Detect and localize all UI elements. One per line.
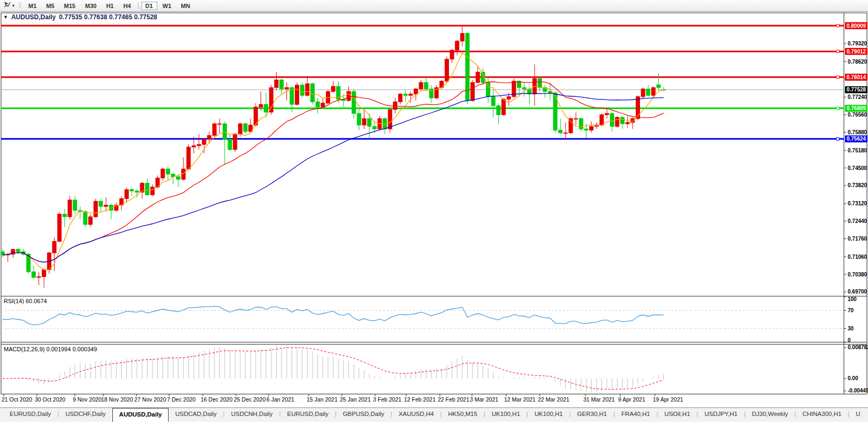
price-tick-label: 0.79320 — [848, 41, 867, 47]
candle — [233, 133, 237, 152]
candle — [471, 80, 475, 102]
price-badge: 0.79012 — [845, 48, 867, 55]
chart-tab-uk100-h1[interactable]: UK100,H1 — [528, 409, 569, 421]
date-label: 25 Dec 2020 — [234, 396, 266, 403]
price-tick-label: 0.74500 — [848, 165, 867, 171]
price-tick-label: 0.69700 — [848, 289, 867, 295]
price-tick-label: 0.73120 — [848, 201, 867, 206]
price-tick-label: 0.70380 — [848, 272, 867, 277]
chart-tab-uk100-h1[interactable]: UK100,H1 — [485, 409, 527, 421]
chart-tab-audusd-daily[interactable]: AUDUSD,Daily — [112, 408, 169, 422]
chart-tab-gbpusd-daily[interactable]: GBPUSD,Daily — [337, 409, 391, 421]
chart-tab-china300-h1[interactable]: CHINA300,H1 — [796, 409, 848, 421]
price-tick-label: 0.75880 — [848, 129, 867, 135]
timeframe-button-H4[interactable]: H4 — [119, 2, 135, 10]
chart-tab-dj30-weekly[interactable]: DJ30,Weekly — [745, 409, 795, 421]
toolbar-grip — [19, 3, 21, 9]
date-label: 25 Jan 2021 — [340, 396, 371, 403]
date-label: 18 Nov 2020 — [101, 396, 133, 403]
chart-title: ▼ AUDUSD,Daily 0.77535 0.77638 0.77465 0… — [3, 13, 157, 21]
chart-tab-u[interactable]: U — [849, 409, 866, 421]
svg-text:0.79012: 0.79012 — [847, 49, 866, 55]
chart-tab-hk50-m15[interactable]: HK50,M15 — [442, 409, 484, 421]
chart-tab-usdcnh-daily[interactable]: USDCNH,Daily — [225, 409, 279, 421]
line-handle[interactable] — [836, 76, 839, 79]
candle — [187, 144, 191, 170]
date-label: 31 Mar 2021 — [583, 396, 615, 403]
collapse-triangle-icon[interactable]: ▼ — [3, 14, 8, 20]
timeframe-button-M30[interactable]: M30 — [81, 2, 101, 10]
candle — [269, 85, 273, 115]
timeframe-button-M15[interactable]: M15 — [60, 2, 80, 10]
rsi-axis-label: 30 — [848, 326, 854, 332]
candle — [466, 32, 469, 104]
timeframe-button-W1[interactable]: W1 — [158, 2, 176, 10]
chart-border — [1, 13, 867, 394]
svg-text:0.77528: 0.77528 — [847, 87, 866, 92]
chevron-down-icon: ▾ — [12, 4, 14, 8]
candle — [300, 82, 304, 98]
candle — [553, 91, 557, 133]
chart-ohlc-values: 0.77535 0.77638 0.77465 0.77528 — [59, 13, 157, 21]
date-label: 22 Feb 2021 — [438, 396, 469, 403]
chart-tab-ger30-h1[interactable]: GER30,H1 — [571, 409, 614, 421]
line-handle[interactable] — [836, 50, 839, 53]
date-label: 12 Mar 2021 — [504, 396, 536, 403]
svg-text:0.76809: 0.76809 — [847, 105, 866, 111]
rsi-pane-label: RSI(14) 60.0674 — [4, 298, 47, 304]
chart-tab-usoil-h1[interactable]: USOil,H1 — [658, 409, 697, 421]
chart-tab-fra40-h1[interactable]: FRA40,H1 — [615, 409, 657, 421]
rsi-axis-label: 0 — [848, 337, 851, 343]
chart-tab-eurusd-daily[interactable]: EURUSD,Daily — [3, 409, 57, 421]
date-label: 21 Oct 2020 — [2, 396, 32, 403]
date-label: 22 Mar 2021 — [538, 396, 569, 403]
macd-axis-label: 0.008782 — [848, 344, 868, 350]
date-label: 7 Dec 2020 — [167, 396, 196, 403]
price-tick-label: 0.77240 — [848, 94, 867, 100]
rsi-axis-label: 70 — [848, 307, 854, 313]
candle — [512, 79, 516, 98]
chart-symbol-period: AUDUSD,Daily — [11, 13, 56, 21]
price-chart-svg[interactable]: 0.793200.786200.779400.772400.765600.758… — [0, 12, 868, 407]
line-handle[interactable] — [836, 137, 839, 140]
top-toolbar: ▾ M1M5M15M30H1H4D1W1MN — [0, 0, 868, 12]
timeframe-button-MN[interactable]: MN — [177, 2, 194, 10]
chart-tab-xauusd-h4[interactable]: XAUUSD,H4 — [392, 409, 440, 421]
rsi-axis-label: 100 — [848, 296, 857, 302]
macd-pane-label: MACD(12,26,9) 0.001994 0.000349 — [4, 346, 97, 352]
date-label: 19 Apr 2021 — [653, 396, 683, 403]
price-tick-label: 0.78620 — [848, 59, 867, 65]
svg-text:0.75624: 0.75624 — [847, 136, 866, 142]
chart-window: 0.793200.786200.779400.772400.765600.758… — [0, 12, 868, 407]
line-handle[interactable] — [836, 25, 839, 27]
date-label: 30 Oct 2020 — [35, 396, 65, 403]
date-label: 16 Dec 2020 — [201, 396, 233, 403]
timeframe-button-M1[interactable]: M1 — [24, 2, 41, 10]
price-badge: 0.77528 — [845, 86, 867, 93]
candle — [445, 57, 448, 82]
svg-text:0.80009: 0.80009 — [847, 23, 866, 29]
line-handle[interactable] — [836, 107, 839, 110]
date-label: 9 Apr 2021 — [618, 396, 645, 403]
svg-text:0.78014: 0.78014 — [847, 74, 866, 80]
date-label: 6 Jan 2021 — [267, 396, 294, 403]
macd-axis-label: -0.004451 — [848, 388, 868, 394]
macd-axis-label: 0.00 — [848, 375, 858, 381]
chart-pointer-tool[interactable]: ▾ — [1, 1, 17, 11]
timeframe-button-D1[interactable]: D1 — [141, 2, 157, 10]
price-badge: 0.78014 — [845, 74, 867, 81]
chart-tab-usdcad-daily[interactable]: USDCAD,Daily — [169, 409, 223, 421]
price-badge: 0.76809 — [845, 105, 867, 112]
chart-pointer-icon — [3, 1, 11, 11]
timeframe-button-M5[interactable]: M5 — [42, 2, 58, 10]
candle — [94, 199, 97, 218]
date-label: 27 Nov 2020 — [134, 396, 166, 403]
candle — [615, 116, 619, 128]
candle — [58, 212, 62, 243]
date-label: 12 Feb 2021 — [404, 396, 436, 403]
chart-tab-eurusd-daily[interactable]: EURUSD,Daily — [280, 409, 334, 421]
timeframe-button-H1[interactable]: H1 — [102, 2, 118, 10]
chart-tab-usdjpy-h1[interactable]: USDJPY,H1 — [698, 409, 744, 421]
price-tick-label: 0.72440 — [848, 218, 867, 224]
chart-tab-usdchf-daily[interactable]: USDCHF,Daily — [59, 409, 112, 421]
